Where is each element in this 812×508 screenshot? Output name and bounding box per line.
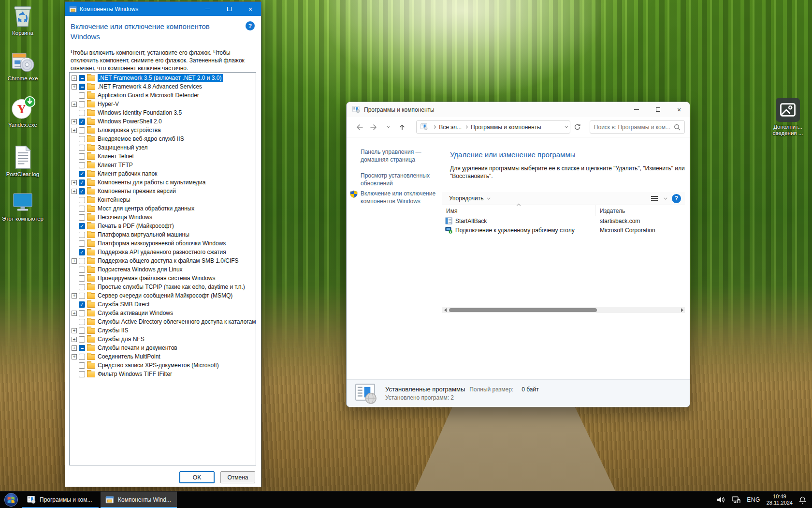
expand-toggle-icon[interactable]: +: [72, 102, 77, 107]
clock[interactable]: 10:49 28.11.2024: [767, 493, 793, 506]
checkbox[interactable]: [79, 162, 85, 168]
tree-item[interactable]: Клиент TFTP: [70, 161, 256, 169]
tree-item[interactable]: Клиент Telnet: [70, 152, 256, 161]
checkbox[interactable]: [79, 362, 85, 369]
minimize-button[interactable]: [197, 2, 218, 16]
tree-item[interactable]: +Службы IIS: [70, 326, 256, 335]
search-input[interactable]: Поиск в: Программы и ком...: [590, 120, 685, 134]
desktop-icon-yandex-installer[interactable]: YYandex.exe: [1, 95, 44, 128]
tree-item[interactable]: +Службы печати и документов: [70, 344, 256, 352]
forward-icon[interactable]: [367, 120, 381, 134]
expand-toggle-icon[interactable]: +: [72, 258, 77, 264]
scroll-right-icon[interactable]: [679, 307, 685, 313]
tree-item[interactable]: +Служба активации Windows: [70, 309, 256, 317]
checkbox[interactable]: [79, 240, 85, 247]
desktop-icon-image-file[interactable]: Дополнит... сведения ...: [766, 97, 810, 136]
tree-item[interactable]: +Компоненты прежних версий: [70, 187, 256, 195]
sidebar-link[interactable]: Панель управления — домашняя страница: [361, 148, 437, 164]
help-icon[interactable]: ?: [672, 194, 681, 203]
checkbox[interactable]: [79, 232, 85, 238]
checkbox[interactable]: [79, 110, 85, 116]
scroll-left-icon[interactable]: [442, 307, 448, 313]
expand-toggle-icon[interactable]: +: [72, 345, 77, 351]
up-icon[interactable]: [395, 120, 410, 134]
checkbox[interactable]: [79, 371, 85, 377]
checkbox[interactable]: [79, 119, 85, 125]
checkbox[interactable]: [79, 336, 85, 343]
checkbox[interactable]: [79, 145, 85, 151]
checkbox[interactable]: [79, 275, 85, 282]
tree-item[interactable]: Простые службы TCPIP (такие как echo, da…: [70, 283, 256, 291]
expand-toggle-icon[interactable]: +: [72, 311, 77, 316]
breadcrumb[interactable]: Все эл... Программы и компоненты: [416, 120, 570, 134]
features-tree-list[interactable]: +.NET Framework 3.5 (включает .NET 2.0 и…: [69, 72, 256, 465]
tree-item[interactable]: Поддержка API удаленного разностного сжа…: [70, 248, 256, 256]
expand-toggle-icon[interactable]: +: [72, 84, 77, 90]
history-chevron-icon[interactable]: [381, 120, 395, 134]
checkbox[interactable]: [79, 92, 85, 99]
maximize-button[interactable]: [647, 103, 668, 117]
checkbox[interactable]: [79, 101, 85, 107]
close-button[interactable]: ×: [668, 103, 690, 117]
tree-item[interactable]: +Соединитель MultiPoint: [70, 352, 256, 361]
tree-item[interactable]: +.NET Framework 4.8 Advanced Services: [70, 82, 256, 91]
expand-toggle-icon[interactable]: +: [72, 180, 77, 185]
volume-icon[interactable]: [717, 496, 725, 503]
minimize-button[interactable]: [626, 103, 647, 117]
back-icon[interactable]: [352, 120, 367, 134]
checkbox[interactable]: [79, 75, 85, 81]
tree-item[interactable]: +Windows PowerShell 2.0: [70, 117, 256, 126]
tree-item[interactable]: Песочница Windows: [70, 213, 256, 222]
checkbox[interactable]: [79, 171, 85, 177]
column-header-publisher[interactable]: Издатель: [600, 208, 625, 214]
checkbox[interactable]: [79, 319, 85, 325]
checkbox[interactable]: [79, 258, 85, 264]
cancel-button[interactable]: Отмена: [220, 471, 255, 483]
ok-button[interactable]: OK: [179, 471, 215, 483]
checkbox[interactable]: [79, 284, 85, 290]
tree-item[interactable]: Внедряемое веб-ядро служб IIS: [70, 134, 256, 143]
tree-item[interactable]: Windows Identity Foundation 3.5: [70, 108, 256, 117]
tree-item[interactable]: Защищенный узел: [70, 143, 256, 152]
tree-item[interactable]: Контейнеры: [70, 195, 256, 204]
checkbox[interactable]: [79, 345, 85, 351]
checkbox[interactable]: [79, 267, 85, 273]
tree-item[interactable]: Служба SMB Direct: [70, 300, 256, 309]
taskbar-button[interactable]: Компоненты Wind...: [101, 492, 177, 508]
tree-item[interactable]: Платформа низкоуровневой оболочки Window…: [70, 239, 256, 248]
tree-item[interactable]: +Hyper-V: [70, 100, 256, 108]
expand-toggle-icon[interactable]: +: [72, 328, 77, 333]
expand-toggle-icon[interactable]: +: [72, 337, 77, 342]
network-icon[interactable]: [732, 496, 740, 504]
start-button[interactable]: [0, 492, 22, 508]
checkbox[interactable]: [79, 197, 85, 203]
tree-item[interactable]: Средство записи XPS-документов (Microsof…: [70, 361, 256, 370]
checkbox[interactable]: [79, 214, 85, 221]
checkbox[interactable]: [79, 310, 85, 316]
tree-item[interactable]: +Поддержка общего доступа к файлам SMB 1…: [70, 256, 256, 265]
checkbox[interactable]: [79, 301, 85, 308]
tree-item[interactable]: +Компоненты для работы с мультимедиа: [70, 178, 256, 187]
tree-item[interactable]: +Блокировка устройства: [70, 126, 256, 134]
scrollbar-thumb[interactable]: [449, 308, 597, 312]
notifications-bell-icon[interactable]: [799, 496, 806, 504]
checkbox[interactable]: [79, 84, 85, 90]
expand-toggle-icon[interactable]: +: [72, 354, 77, 359]
breadcrumb-item-current[interactable]: Программы и компоненты: [471, 124, 541, 131]
view-dropdown-icon[interactable]: [664, 196, 667, 199]
checkbox[interactable]: [79, 354, 85, 360]
desktop-icon-recycle-bin[interactable]: Корзина: [1, 3, 44, 36]
tree-item[interactable]: +.NET Framework 3.5 (включает .NET 2.0 и…: [70, 74, 256, 82]
tree-item[interactable]: Службы Active Directory облегченного дос…: [70, 317, 256, 326]
view-mode-icon[interactable]: [651, 196, 658, 201]
desktop-icon-chrome-installer[interactable]: Chrome.exe: [1, 48, 44, 82]
tree-item[interactable]: Подсистема Windows для Linux: [70, 265, 256, 274]
sidebar-link[interactable]: Просмотр установленных обновлений: [361, 172, 437, 187]
tree-item[interactable]: Клиент рабочих папок: [70, 169, 256, 178]
breadcrumb-item-root[interactable]: Все эл...: [439, 124, 462, 131]
tree-item[interactable]: Платформа виртуальной машины: [70, 230, 256, 239]
checkbox[interactable]: [79, 206, 85, 212]
tree-item[interactable]: Мост для центра обработки данных: [70, 204, 256, 213]
expand-toggle-icon[interactable]: +: [72, 128, 77, 133]
checkbox[interactable]: [79, 223, 85, 229]
